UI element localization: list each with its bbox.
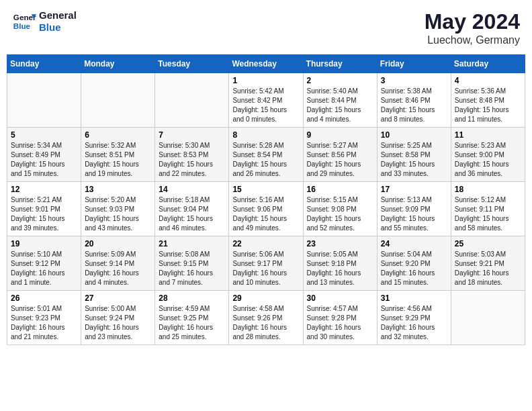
weekday-header-tuesday: Tuesday: [155, 55, 229, 73]
day-number: 11: [455, 130, 521, 140]
calendar-cell: 20Sunrise: 5:09 AM Sunset: 9:14 PM Dayli…: [81, 236, 155, 291]
day-number: 6: [85, 130, 151, 140]
page-header: General Blue General Blue May 2024 Luech…: [7, 7, 525, 49]
weekday-header-friday: Friday: [377, 55, 451, 73]
day-number: 18: [455, 185, 521, 194]
day-info: Sunrise: 4:56 AM Sunset: 9:29 PM Dayligh…: [381, 304, 447, 342]
day-info: Sunrise: 5:16 AM Sunset: 9:06 PM Dayligh…: [232, 195, 299, 233]
calendar-cell: 12Sunrise: 5:21 AM Sunset: 9:01 PM Dayli…: [7, 182, 81, 236]
calendar-cell: 24Sunrise: 5:04 AM Sunset: 9:20 PM Dayli…: [377, 236, 451, 291]
day-number: 14: [159, 185, 225, 194]
calendar-cell: 3Sunrise: 5:38 AM Sunset: 8:46 PM Daylig…: [377, 73, 451, 128]
calendar-cell: [7, 73, 81, 128]
day-number: 16: [307, 185, 373, 194]
logo-text: General Blue: [39, 9, 77, 34]
day-number: 21: [159, 239, 225, 248]
day-number: 23: [307, 239, 373, 248]
day-info: Sunrise: 5:18 AM Sunset: 9:04 PM Dayligh…: [159, 195, 225, 233]
day-info: Sunrise: 5:10 AM Sunset: 9:12 PM Dayligh…: [11, 250, 77, 287]
weekday-header-saturday: Saturday: [451, 55, 525, 73]
day-number: 12: [11, 185, 77, 194]
calendar-cell: [155, 73, 229, 128]
day-number: 13: [85, 185, 151, 194]
day-info: Sunrise: 5:40 AM Sunset: 8:44 PM Dayligh…: [307, 87, 373, 124]
calendar-cell: 11Sunrise: 5:23 AM Sunset: 9:00 PM Dayli…: [451, 128, 525, 182]
day-info: Sunrise: 5:34 AM Sunset: 8:49 PM Dayligh…: [11, 141, 77, 179]
day-info: Sunrise: 4:58 AM Sunset: 9:26 PM Dayligh…: [232, 304, 299, 342]
calendar-cell: 17Sunrise: 5:13 AM Sunset: 9:09 PM Dayli…: [377, 182, 451, 236]
day-number: 26: [11, 293, 77, 303]
logo-icon: General Blue: [12, 9, 36, 34]
calendar-week-row: 1Sunrise: 5:42 AM Sunset: 8:42 PM Daylig…: [7, 73, 525, 128]
day-info: Sunrise: 4:57 AM Sunset: 9:28 PM Dayligh…: [307, 304, 373, 342]
calendar-cell: 6Sunrise: 5:32 AM Sunset: 8:51 PM Daylig…: [81, 128, 155, 182]
day-number: 7: [159, 130, 225, 140]
day-number: 27: [85, 293, 151, 303]
day-number: 17: [381, 185, 447, 194]
calendar-cell: 23Sunrise: 5:05 AM Sunset: 9:18 PM Dayli…: [303, 236, 377, 291]
weekday-header-row: SundayMondayTuesdayWednesdayThursdayFrid…: [7, 55, 525, 73]
day-number: 30: [307, 293, 373, 303]
weekday-header-sunday: Sunday: [7, 55, 81, 73]
day-number: 29: [232, 293, 299, 303]
weekday-header-thursday: Thursday: [303, 55, 377, 73]
day-info: Sunrise: 5:05 AM Sunset: 9:18 PM Dayligh…: [307, 250, 373, 287]
weekday-header-wednesday: Wednesday: [229, 55, 303, 73]
day-number: 28: [159, 293, 225, 303]
day-info: Sunrise: 5:21 AM Sunset: 9:01 PM Dayligh…: [11, 195, 77, 233]
calendar-cell: 25Sunrise: 5:03 AM Sunset: 9:21 PM Dayli…: [451, 236, 525, 291]
calendar-week-row: 26Sunrise: 5:01 AM Sunset: 9:23 PM Dayli…: [7, 291, 525, 345]
day-number: 8: [232, 130, 299, 140]
weekday-header-monday: Monday: [81, 55, 155, 73]
title-block: May 2024 Luechow, Germany: [425, 9, 520, 46]
day-number: 1: [232, 76, 299, 85]
day-info: Sunrise: 5:08 AM Sunset: 9:15 PM Dayligh…: [159, 250, 225, 287]
calendar-cell: 26Sunrise: 5:01 AM Sunset: 9:23 PM Dayli…: [7, 291, 81, 345]
calendar-cell: 14Sunrise: 5:18 AM Sunset: 9:04 PM Dayli…: [155, 182, 229, 236]
day-number: 3: [381, 76, 447, 85]
day-info: Sunrise: 5:12 AM Sunset: 9:11 PM Dayligh…: [455, 195, 521, 233]
day-number: 24: [381, 239, 447, 248]
day-info: Sunrise: 5:04 AM Sunset: 9:20 PM Dayligh…: [381, 250, 447, 287]
day-number: 31: [381, 293, 447, 303]
day-number: 9: [307, 130, 373, 140]
day-info: Sunrise: 5:03 AM Sunset: 9:21 PM Dayligh…: [455, 250, 521, 287]
calendar-cell: 16Sunrise: 5:15 AM Sunset: 9:08 PM Dayli…: [303, 182, 377, 236]
calendar-cell: 21Sunrise: 5:08 AM Sunset: 9:15 PM Dayli…: [155, 236, 229, 291]
day-info: Sunrise: 5:13 AM Sunset: 9:09 PM Dayligh…: [381, 195, 447, 233]
calendar-cell: 10Sunrise: 5:25 AM Sunset: 8:58 PM Dayli…: [377, 128, 451, 182]
day-info: Sunrise: 5:06 AM Sunset: 9:17 PM Dayligh…: [232, 250, 299, 287]
day-number: 5: [11, 130, 77, 140]
calendar-cell: 18Sunrise: 5:12 AM Sunset: 9:11 PM Dayli…: [451, 182, 525, 236]
calendar-cell: 1Sunrise: 5:42 AM Sunset: 8:42 PM Daylig…: [229, 73, 303, 128]
day-number: 25: [455, 239, 521, 248]
calendar-cell: 9Sunrise: 5:27 AM Sunset: 8:56 PM Daylig…: [303, 128, 377, 182]
day-number: 4: [455, 76, 521, 85]
calendar-cell: 13Sunrise: 5:20 AM Sunset: 9:03 PM Dayli…: [81, 182, 155, 236]
svg-text:Blue: Blue: [13, 21, 31, 30]
calendar-cell: 2Sunrise: 5:40 AM Sunset: 8:44 PM Daylig…: [303, 73, 377, 128]
day-info: Sunrise: 5:36 AM Sunset: 8:48 PM Dayligh…: [455, 87, 521, 124]
day-number: 10: [381, 130, 447, 140]
day-info: Sunrise: 5:32 AM Sunset: 8:51 PM Dayligh…: [85, 141, 151, 179]
calendar-cell: 30Sunrise: 4:57 AM Sunset: 9:28 PM Dayli…: [303, 291, 377, 345]
day-info: Sunrise: 4:59 AM Sunset: 9:25 PM Dayligh…: [159, 304, 225, 342]
day-number: 20: [85, 239, 151, 248]
calendar-cell: 27Sunrise: 5:00 AM Sunset: 9:24 PM Dayli…: [81, 291, 155, 345]
day-info: Sunrise: 5:01 AM Sunset: 9:23 PM Dayligh…: [11, 304, 77, 342]
day-number: 2: [307, 76, 373, 85]
calendar-week-row: 5Sunrise: 5:34 AM Sunset: 8:49 PM Daylig…: [7, 128, 525, 182]
calendar-cell: [81, 73, 155, 128]
day-info: Sunrise: 5:09 AM Sunset: 9:14 PM Dayligh…: [85, 250, 151, 287]
month-title: May 2024: [425, 9, 520, 34]
day-info: Sunrise: 5:30 AM Sunset: 8:53 PM Dayligh…: [159, 141, 225, 179]
calendar-week-row: 12Sunrise: 5:21 AM Sunset: 9:01 PM Dayli…: [7, 182, 525, 236]
day-info: Sunrise: 5:15 AM Sunset: 9:08 PM Dayligh…: [307, 195, 373, 233]
calendar-cell: 4Sunrise: 5:36 AM Sunset: 8:48 PM Daylig…: [451, 73, 525, 128]
day-info: Sunrise: 5:28 AM Sunset: 8:54 PM Dayligh…: [232, 141, 299, 179]
day-number: 22: [232, 239, 299, 248]
day-info: Sunrise: 5:00 AM Sunset: 9:24 PM Dayligh…: [85, 304, 151, 342]
calendar-cell: 7Sunrise: 5:30 AM Sunset: 8:53 PM Daylig…: [155, 128, 229, 182]
calendar-cell: 5Sunrise: 5:34 AM Sunset: 8:49 PM Daylig…: [7, 128, 81, 182]
calendar-week-row: 19Sunrise: 5:10 AM Sunset: 9:12 PM Dayli…: [7, 236, 525, 291]
